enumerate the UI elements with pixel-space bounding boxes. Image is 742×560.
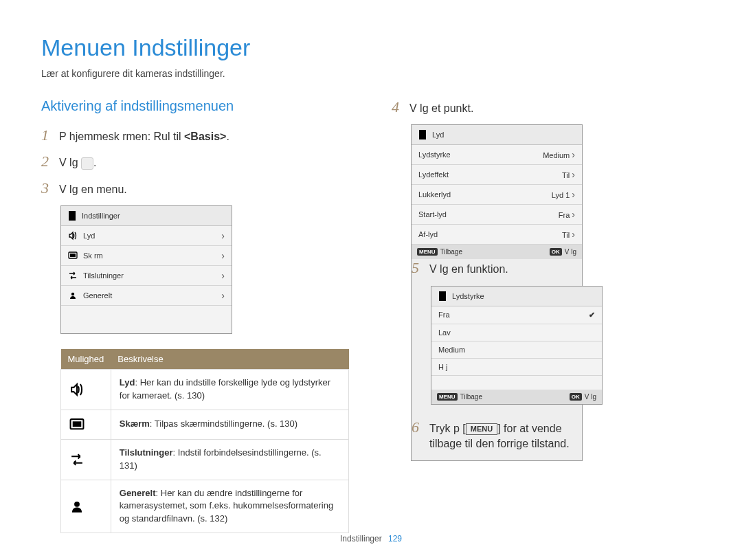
row-bold: Skærm [120,418,150,429]
menu-badge: MENU [437,393,458,401]
list-item-label: H j [438,363,447,371]
bar-icon [67,210,78,221]
list-item-label: Lukkerlyd [418,190,451,199]
table-row: Generelt: Her kan du ændre indstillinger… [61,480,349,533]
step-2-post: . [93,157,96,168]
step-3-text: V lg en menu. [59,182,127,197]
list-item-label: Lydeffekt [418,170,449,179]
step-1-pre: P hjemmesk rmen: Rul til [59,131,184,142]
step-6: 6 Tryk p [MENU] for at vende tilbage til… [412,418,582,452]
camera-screen-lydstyrke: Lydstyrke Fra ✔ Lav Medium H j ME [431,286,603,405]
row-bold: Tilslutninger [120,447,173,458]
list-item[interactable]: Fra ✔ [431,306,602,324]
chevron-right-icon: › [221,230,225,241]
camera-screen-settings: Indstillinger Lyd › Sk rm › Tilslutninge… [60,205,232,334]
camera-screen-lyd: Lyd Lydstyrke Medium › Lydeffekt Til › L… [411,124,583,460]
svg-rect-1 [70,254,76,257]
list-item-value: Til [562,231,570,239]
svg-point-5 [74,502,80,507]
table-header-option: Mulighed [61,349,111,370]
options-table: Mulighed Beskrivelse Lyd: Her kan du ind… [60,349,349,533]
list-item-label: Lydstyrke [418,150,451,159]
ok-badge: OK [570,393,582,401]
row-text: : Tilpas skærmindstillingerne. (s. 130) [150,418,297,429]
check-icon: ✔ [589,311,595,320]
list-item-label: Fra [438,311,450,319]
left-column: Aktivering af indstillingsmenuen 1 P hje… [41,98,350,533]
screen1-title: Indstillinger [82,212,120,220]
page-title: Menuen Indstillinger [41,34,701,61]
svg-rect-4 [73,421,82,427]
display-icon [61,410,111,439]
page-footer: Indstillinger 129 [0,534,742,544]
step-1: 1 P hjemmesk rmen: Rul til <Basis>. [41,126,350,144]
sound-icon [68,231,78,240]
step-number: 3 [41,179,59,197]
chevron-right-icon: › [572,189,575,200]
list-item-value: Til [562,171,570,179]
list-item-label: Af-lyd [418,230,438,238]
list-item[interactable]: Lydstyrke Medium › [412,145,582,165]
step-1-bold: <Basis> [184,131,226,142]
list-item[interactable]: Lydeffekt Til › [412,165,582,185]
step-1-post: . [226,131,229,142]
bar-icon [417,129,428,140]
footer-right: V lg [565,248,576,256]
step-2: 2 V lg . [41,153,350,170]
list-item-label: Generelt [83,291,112,300]
footer-left: Tilbage [440,248,462,256]
list-item[interactable]: Lukkerlyd Lyd 1 › [412,185,582,205]
step-4: 4 V lg et punkt. [392,98,701,116]
list-item[interactable]: Lav [431,324,602,341]
chevron-right-icon: › [221,290,225,301]
display-icon [68,251,78,260]
list-item-value: Fra [559,211,570,219]
list-item[interactable]: Generelt › [61,286,232,306]
list-item[interactable]: Sk rm › [61,246,232,266]
list-item-label: Sk rm [83,251,103,260]
list-item-label: Start-lyd [418,210,447,219]
list-item-label: Tilslutninger [83,271,124,280]
chevron-right-icon: › [221,250,225,261]
list-item[interactable]: H j [431,359,602,376]
row-bold: Generelt [120,488,156,498]
svg-point-2 [71,293,74,295]
screen3-title: Lydstyrke [452,292,484,300]
chevron-right-icon: › [221,270,225,281]
general-icon [61,480,111,533]
step-6-pre: Tryk p [ [429,423,466,434]
section-title: Aktivering af indstillingsmenuen [41,98,350,114]
list-item[interactable]: Af-lyd Til › [412,225,582,245]
screen2-title: Lyd [432,131,444,139]
list-item[interactable]: Lyd › [61,226,232,246]
step-number: 4 [392,98,409,116]
step-number: 6 [412,418,429,436]
list-item[interactable]: Start-lyd Fra › [412,205,582,225]
chevron-right-icon: › [572,149,575,160]
step-4-text: V lg et punkt. [409,101,473,116]
list-item[interactable]: Tilslutninger › [61,266,232,286]
ok-badge: OK [550,248,562,256]
menu-badge: MENU [417,248,438,256]
bar-icon [437,291,448,302]
table-header-desc: Beskrivelse [111,349,348,370]
list-item-label: Lav [438,328,451,337]
sound-icon [61,370,111,410]
list-item-label: Medium [438,346,465,354]
step-5: 5 V lg en funktion. [412,259,582,277]
list-item[interactable]: Medium [431,341,602,359]
step-3: 3 V lg en menu. [41,179,350,197]
list-item-label: Lyd [83,232,95,240]
table-row: Lyd: Her kan du indstille forskellige ly… [61,370,349,410]
page-subtitle: Lær at konfigurere dit kameras indstilli… [41,68,701,79]
chevron-right-icon: › [572,169,575,180]
general-icon [68,291,78,300]
step-number: 2 [41,153,59,170]
connections-icon [61,439,111,480]
table-row: Tilslutninger: Indstil forbindelsesindst… [61,439,349,480]
step-number: 5 [412,259,429,277]
row-text: : Her kan du indstille forskellige lyde … [120,377,330,401]
footer-left: Tilbage [460,393,482,401]
menu-button-icon: MENU [466,423,497,435]
list-item-value: Lyd 1 [552,191,570,199]
